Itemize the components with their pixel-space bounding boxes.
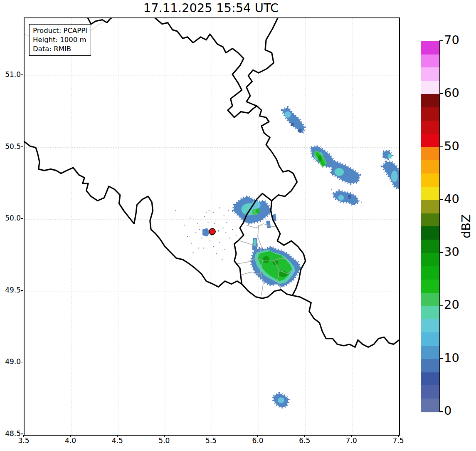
speckle — [206, 230, 207, 231]
y-tick-mark — [21, 146, 23, 147]
echo-south-small-core — [278, 397, 284, 403]
colorbar-segment-52.5dbz — [421, 121, 439, 134]
speckle — [331, 189, 332, 190]
y-tick-mark — [21, 74, 23, 75]
info-height-line: Height: 1000 m — [33, 35, 87, 45]
echo-south-lux-darkgreen — [263, 256, 269, 263]
speckle — [191, 243, 192, 244]
colorbar-tick-mark — [439, 93, 443, 94]
colorbar-segment-32.5dbz — [421, 226, 439, 240]
colorbar-axis-label: dBZ — [459, 212, 473, 241]
echo-east-edge-top-core — [387, 154, 392, 159]
speckle — [225, 232, 226, 233]
speckle — [228, 211, 229, 211]
speckle — [197, 223, 198, 224]
speckle — [223, 228, 224, 228]
colorbar-segment-30dbz — [421, 240, 439, 253]
speckle — [198, 248, 199, 248]
colorbar-segment-27.5dbz — [421, 253, 439, 266]
colorbar-segment-42.5dbz — [421, 173, 439, 187]
colorbar-segment-22.5dbz — [421, 280, 439, 293]
country-border-be-nl-and-be-de — [154, 18, 297, 201]
colorbar-segment-47.5dbz — [421, 147, 439, 160]
x-tick-label: 3.5 — [11, 436, 36, 445]
colorbar-segment-60dbz — [421, 81, 439, 94]
colorbar-tick-mark — [439, 252, 443, 253]
echo-ne-main-darkgreen — [318, 155, 322, 161]
map-svg — [25, 18, 399, 435]
y-tick-label: 48.5 — [0, 429, 21, 438]
speckle — [187, 236, 188, 237]
colorbar-tick-label: 60 — [444, 86, 459, 100]
country-border-fr-be — [25, 142, 242, 287]
colorbar-segment-35dbz — [421, 213, 439, 227]
colorbar-segment-12.5dbz — [421, 332, 439, 346]
speckle — [192, 252, 193, 253]
colorbar-tick-label: 30 — [444, 245, 459, 259]
colorbar-tick-mark — [439, 40, 443, 41]
speckle — [227, 222, 227, 223]
colorbar-tick-label: 0 — [444, 404, 451, 418]
colorbar-segment-50dbz — [421, 134, 439, 147]
x-tick-label: 7.0 — [339, 436, 364, 445]
colorbar-segment-2.5dbz — [421, 385, 439, 399]
speckle — [361, 202, 362, 203]
speckle — [190, 218, 191, 218]
speckle — [222, 259, 222, 260]
colorbar-segment-5dbz — [421, 372, 439, 386]
echo-north-lux-green — [256, 208, 259, 213]
x-tick-label: 7.5 — [386, 436, 411, 445]
speckle — [229, 238, 230, 238]
x-tick-label: 5.5 — [199, 436, 224, 445]
y-tick-mark — [21, 434, 23, 434]
colorbar-tick-label: 50 — [444, 139, 459, 153]
speckle — [195, 232, 196, 233]
figure-title: 17.11.2025 15:54 UTC — [24, 1, 398, 15]
radar-site-marker — [209, 228, 215, 235]
x-tick-label: 4.0 — [58, 436, 83, 445]
speckle — [203, 248, 204, 248]
speckle — [210, 240, 210, 241]
colorbar-tick-mark — [439, 146, 443, 147]
colorbar-segment-55dbz — [421, 107, 439, 121]
speckle — [201, 238, 202, 238]
x-tick-label: 4.5 — [105, 436, 130, 445]
speckle — [219, 208, 220, 208]
y-tick-mark — [21, 290, 23, 291]
colorbar-tick-label: 40 — [444, 192, 459, 206]
echo-ne-main-teal — [335, 168, 344, 176]
colorbar-tick-label: 20 — [444, 297, 459, 312]
x-tick-label: 6.5 — [292, 436, 317, 445]
radar-figure: 17.11.2025 15:54 UTC Product: PCAPPI Hei… — [0, 0, 476, 451]
y-tick-label: 49.5 — [0, 286, 21, 294]
colorbar-segment-10dbz — [421, 346, 439, 359]
info-data-line: Data: RMIB — [33, 45, 87, 54]
speckle — [236, 235, 237, 235]
colorbar-tick-mark — [439, 305, 443, 306]
colorbar — [421, 41, 440, 412]
colorbar-segment-15dbz — [421, 319, 439, 332]
speckle — [224, 249, 225, 250]
y-tick-label: 51.0 — [0, 70, 21, 79]
speckle — [208, 222, 209, 223]
colorbar-segment-20dbz — [421, 293, 439, 306]
colorbar-segment-65dbz — [421, 55, 439, 68]
echo-ne-small-core — [284, 112, 291, 118]
colorbar-segment-37.5dbz — [421, 200, 439, 213]
x-tick-label: 5.0 — [152, 436, 177, 445]
colorbar-segment-45dbz — [421, 160, 439, 173]
colorbar-segment-40dbz — [421, 187, 439, 200]
country-border-fr-de — [292, 295, 399, 347]
speckle — [206, 212, 207, 213]
colorbar-tick-mark — [439, 199, 443, 200]
colorbar-segment-17.5dbz — [421, 306, 439, 319]
country-border-nl-de — [247, 18, 279, 106]
colorbar-segment-7.5dbz — [421, 359, 439, 372]
colorbar-segment-62.5dbz — [421, 67, 439, 81]
speckle — [209, 211, 210, 211]
colorbar-tick-mark — [439, 411, 443, 412]
colorbar-segment-57.5dbz — [421, 94, 439, 107]
colorbar-segment-0dbz — [421, 399, 439, 412]
speckle — [232, 229, 233, 230]
echo-east-edge-core — [391, 171, 398, 182]
